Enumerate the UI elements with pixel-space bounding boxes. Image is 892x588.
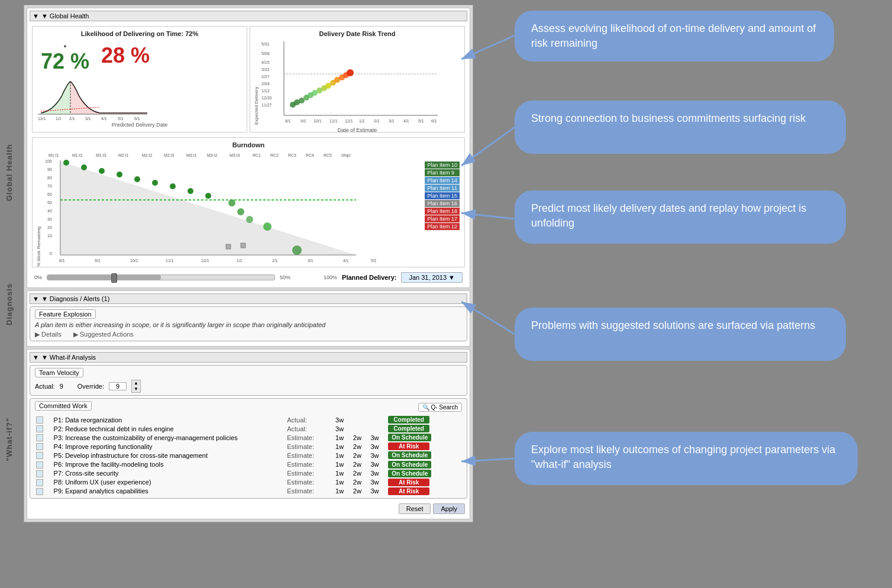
svg-text:4/1: 4/1	[403, 119, 409, 123]
row-w2: 2w	[352, 487, 370, 496]
row-w3: 3w	[369, 451, 387, 460]
svg-text:60: 60	[47, 192, 52, 196]
svg-text:RC3: RC3	[288, 153, 296, 157]
row-type: Actual:	[286, 415, 334, 424]
svg-point-78	[99, 168, 105, 174]
diagnosis-section: ▼ ▼ Diagnosis / Alerts (1) Feature Explo…	[27, 290, 470, 347]
row-w1: 1w	[334, 469, 352, 478]
svg-point-85	[228, 199, 235, 206]
svg-text:2/1: 2/1	[69, 117, 75, 120]
svg-text:12/20: 12/20	[261, 96, 272, 100]
row-name: P7: Cross-site security	[53, 469, 286, 478]
svg-text:8/1: 8/1	[285, 119, 291, 123]
svg-text:3/1: 3/1	[85, 117, 91, 120]
svg-text:RC4: RC4	[306, 153, 314, 157]
legend-item-17: Plan Item 17	[425, 215, 460, 222]
svg-text:2/27: 2/27	[261, 75, 270, 79]
table-row: P5: Develop infrastructure for cross-sit…	[35, 451, 462, 460]
row-checkbox[interactable]	[35, 424, 53, 433]
row-status: At Risk	[387, 442, 462, 451]
burndown-chart: Burndown % Work Remaining M1:I1 M1:I2 M1…	[32, 137, 465, 267]
table-row: P8: Uniform UX (user experience) Estimat…	[35, 478, 462, 487]
row-w2: 2w	[352, 478, 370, 487]
row-w2	[352, 424, 370, 433]
row-checkbox[interactable]	[35, 451, 53, 460]
svg-point-79	[117, 172, 122, 177]
row-w3	[369, 424, 387, 433]
feature-explosion-label: Feature Explosion	[35, 309, 96, 319]
planned-date-button[interactable]: Jan 31, 2013 ▼	[401, 272, 463, 283]
diagnosis-collapse-icon[interactable]: ▼	[33, 295, 39, 302]
svg-text:M2:I2: M2:I2	[142, 153, 153, 157]
table-row: P6: Improve the facility-modeling tools …	[35, 460, 462, 469]
apply-button[interactable]: Apply	[433, 503, 465, 514]
row-checkbox[interactable]	[35, 478, 53, 487]
svg-text:4/1: 4/1	[101, 117, 107, 120]
red-percent: 28 %	[101, 43, 150, 68]
row-status: At Risk	[387, 478, 462, 487]
chart-area: Likelihood of Delivering on Time: 72% ● …	[30, 24, 467, 135]
svg-point-76	[63, 160, 69, 166]
row-w3: 3w	[369, 469, 387, 478]
override-input[interactable]	[109, 382, 127, 390]
row-status: On Schedule	[387, 451, 462, 460]
details-expand[interactable]: ▶ Details	[35, 331, 62, 338]
actions-expand[interactable]: ▶ Suggested Actions	[73, 331, 134, 338]
committed-work-box: Committed Work 🔍 Q- Search P1: Data reor…	[30, 398, 467, 499]
collapse-icon[interactable]: ▼	[33, 12, 39, 20]
search-bar[interactable]: 🔍 Q- Search	[418, 403, 462, 412]
callout-5: Explore most likely outcomes of changing…	[515, 432, 858, 485]
progress-right-label: 100%	[324, 274, 337, 280]
table-row: P1: Data reorganization Actual: 3w Compl…	[35, 415, 462, 424]
svg-text:RC2: RC2	[270, 153, 279, 157]
row-w2: 2w	[352, 442, 370, 451]
row-checkbox[interactable]	[35, 469, 53, 478]
row-checkbox[interactable]	[35, 433, 53, 442]
green-percent-container: ● 72 %	[41, 43, 89, 74]
svg-text:9/1: 9/1	[300, 119, 306, 123]
green-percent: 72 %	[41, 49, 89, 74]
svg-text:30: 30	[47, 217, 52, 221]
row-w1: 3w	[334, 424, 352, 433]
svg-text:5/1: 5/1	[418, 119, 424, 123]
svg-text:70: 70	[47, 184, 52, 188]
whatif-collapse-icon[interactable]: ▼	[33, 354, 39, 361]
row-checkbox[interactable]	[35, 442, 53, 451]
stepper-down[interactable]: ▼	[132, 386, 140, 392]
progress-track[interactable]	[47, 274, 275, 280]
svg-text:3/22: 3/22	[261, 67, 270, 72]
row-w2: 2w	[352, 460, 370, 469]
svg-point-77	[81, 164, 87, 170]
svg-text:100: 100	[45, 159, 52, 163]
stepper-up[interactable]: ▲	[132, 380, 140, 386]
svg-text:90: 90	[47, 167, 52, 172]
expand-row: ▶ Details ▶ Suggested Actions	[35, 331, 462, 338]
whatif-title: ▼ What-if Analysis	[41, 354, 96, 361]
svg-point-80	[134, 176, 140, 182]
row-checkbox[interactable]	[35, 460, 53, 469]
row-type: Actual:	[286, 424, 334, 433]
delivery-chart-title: Likelihood of Delivering on Time: 72%	[35, 29, 244, 38]
row-w1: 1w	[334, 478, 352, 487]
row-name: P4: Improve reporting functionality	[53, 442, 286, 451]
whatif-header: ▼ ▼ What-if Analysis	[30, 352, 467, 363]
svg-text:12/1: 12/1	[38, 117, 46, 120]
svg-text:8/1: 8/1	[59, 259, 65, 263]
reset-button[interactable]: Reset	[399, 503, 431, 514]
callout-1-text: Assess evolving likelihood of on-time de…	[531, 22, 816, 49]
legend-item-16: Plan Item 16	[425, 200, 460, 207]
row-status: At Risk	[387, 487, 462, 496]
svg-text:3/1: 3/1	[389, 119, 395, 123]
progress-thumb[interactable]	[111, 273, 117, 283]
row-checkbox[interactable]	[35, 415, 53, 424]
progress-mid-label: 50%	[280, 274, 290, 280]
svg-point-87	[246, 216, 253, 223]
row-type: Estimate:	[286, 478, 334, 487]
svg-text:12/1: 12/1	[201, 259, 209, 263]
row-name: P2: Reduce technical debt in rules engin…	[53, 424, 286, 433]
row-w3: 3w	[369, 442, 387, 451]
svg-text:9/1: 9/1	[95, 259, 101, 263]
global-health-side-label: Global Health	[5, 47, 14, 201]
row-checkbox[interactable]	[35, 487, 53, 496]
legend-item-15: Plan Item 15	[425, 192, 460, 199]
